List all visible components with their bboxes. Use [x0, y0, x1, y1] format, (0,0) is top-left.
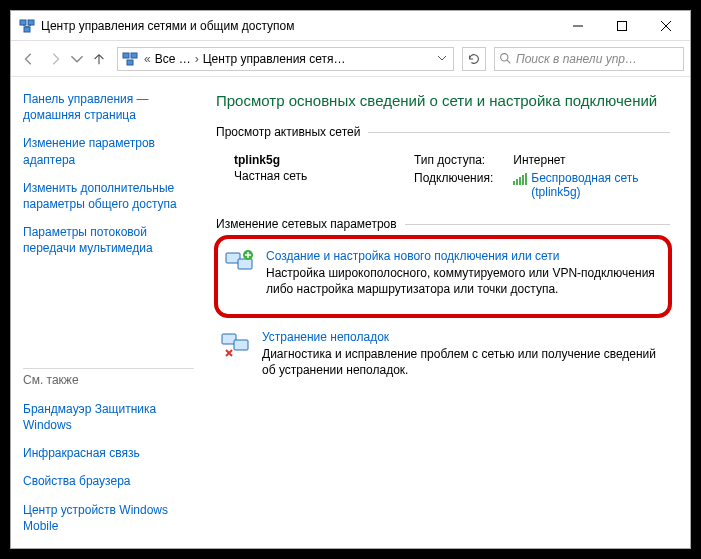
up-button[interactable] — [87, 47, 111, 71]
history-dropdown-icon[interactable] — [437, 52, 447, 66]
refresh-button[interactable] — [462, 47, 486, 71]
network-center-icon — [19, 18, 35, 34]
sidebar-firewall[interactable]: Брандмауэр Защитника Windows — [23, 401, 194, 433]
svg-rect-15 — [516, 179, 518, 185]
network-type: Частная сеть — [234, 169, 414, 183]
chevron-right-icon[interactable]: › — [195, 52, 199, 66]
access-type-value: Интернет — [513, 153, 670, 167]
svg-rect-20 — [238, 259, 252, 269]
titlebar: Центр управления сетями и общим доступом — [11, 11, 690, 41]
svg-rect-17 — [522, 175, 524, 185]
change-settings-label: Изменение сетевых параметров — [216, 217, 397, 231]
sidebar-browser-props[interactable]: Свойства браузера — [23, 473, 194, 489]
minimize-button[interactable] — [556, 12, 600, 40]
svg-rect-18 — [525, 173, 527, 185]
divider — [23, 368, 194, 369]
svg-rect-14 — [513, 181, 515, 185]
svg-rect-2 — [24, 27, 30, 32]
svg-rect-11 — [127, 60, 133, 65]
wifi-icon — [513, 173, 527, 185]
sidebar-adapter-settings[interactable]: Изменение параметров адаптера — [23, 135, 194, 167]
task-troubleshoot[interactable]: Устранение неполадок Диагностика и испра… — [216, 324, 670, 384]
connection-link[interactable]: Беспроводная сеть (tplink5g) — [531, 171, 670, 199]
breadcrumb-root[interactable]: Все … — [153, 52, 193, 66]
page-title: Просмотр основных сведений о сети и наст… — [216, 91, 670, 111]
control-panel-window: Центр управления сетями и общим доступом… — [10, 10, 691, 549]
window-title: Центр управления сетями и общим доступом — [41, 19, 556, 33]
svg-rect-9 — [123, 53, 129, 58]
search-input[interactable]: Поиск в панели упр… — [494, 47, 684, 71]
task-desc: Настройка широкополосного, коммутируемог… — [266, 265, 662, 297]
address-bar[interactable]: « Все … › Центр управления сетя… — [117, 47, 454, 71]
svg-rect-1 — [28, 20, 34, 25]
network-name: tplink5g — [234, 153, 414, 167]
connections-label: Подключения: — [414, 171, 493, 185]
back-button[interactable] — [17, 47, 41, 71]
sidebar-home-link[interactable]: Панель управления — домашняя страница — [23, 91, 194, 123]
troubleshoot-icon — [220, 330, 252, 358]
see-also-label: См. также — [23, 373, 194, 387]
svg-point-12 — [501, 54, 508, 61]
search-placeholder: Поиск в панели упр… — [516, 52, 637, 66]
svg-rect-16 — [519, 177, 521, 185]
svg-rect-10 — [131, 53, 137, 58]
sidebar: Панель управления — домашняя страница Из… — [11, 77, 206, 548]
task-new-connection[interactable]: Создание и настройка нового подключения … — [220, 243, 666, 303]
sidebar-infrared[interactable]: Инфракрасная связь — [23, 445, 194, 461]
highlight-frame: Создание и настройка нового подключения … — [214, 235, 672, 317]
sidebar-media-streaming[interactable]: Параметры потоковой передачи мультимедиа — [23, 224, 194, 256]
forward-button[interactable] — [43, 47, 67, 71]
svg-rect-6 — [618, 21, 627, 30]
task-desc: Диагностика и исправление проблем с сеть… — [262, 346, 666, 378]
svg-rect-0 — [20, 20, 26, 25]
svg-line-13 — [507, 60, 510, 63]
close-button[interactable] — [644, 12, 688, 40]
search-icon — [499, 52, 512, 65]
network-center-icon — [122, 51, 138, 67]
chevron-right-icon[interactable]: « — [144, 52, 151, 66]
new-connection-icon — [224, 249, 256, 277]
recent-dropdown[interactable] — [69, 47, 85, 71]
breadcrumb-current[interactable]: Центр управления сетя… — [201, 52, 348, 66]
active-networks-label: Просмотр активных сетей — [216, 125, 360, 139]
maximize-button[interactable] — [600, 12, 644, 40]
access-type-label: Тип доступа: — [414, 153, 493, 167]
svg-rect-25 — [234, 340, 248, 350]
sidebar-advanced-sharing[interactable]: Изменить дополнительные параметры общего… — [23, 180, 194, 212]
main-content: Просмотр основных сведений о сети и наст… — [206, 77, 690, 548]
task-title: Устранение неполадок — [262, 330, 666, 344]
sidebar-windows-mobile[interactable]: Центр устройств Windows Mobile — [23, 502, 194, 534]
active-network-panel: tplink5g Частная сеть Тип доступа: Интер… — [216, 147, 670, 217]
task-title: Создание и настройка нового подключения … — [266, 249, 662, 263]
toolbar: « Все … › Центр управления сетя… Поиск в… — [11, 41, 690, 77]
